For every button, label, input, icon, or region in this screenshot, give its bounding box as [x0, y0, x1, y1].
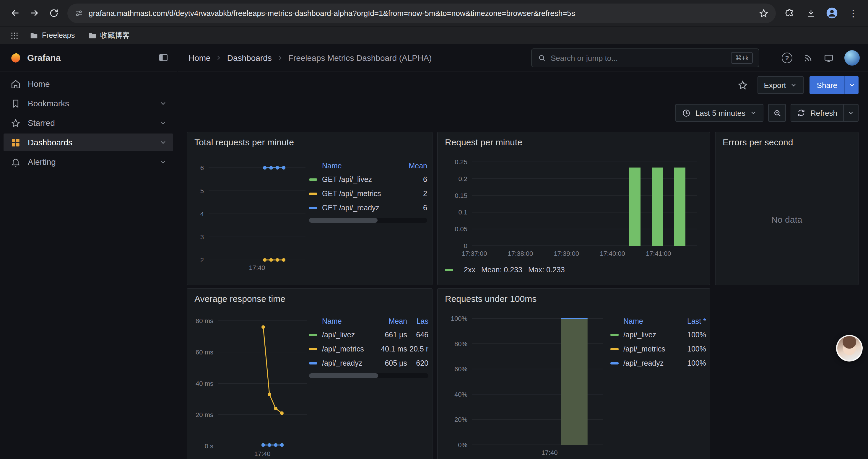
scrollbar-thumb[interactable] — [309, 218, 378, 223]
chevron-down-icon[interactable] — [159, 138, 167, 146]
folder-icon — [88, 31, 97, 40]
sidebar-item-home[interactable]: Home — [4, 75, 173, 93]
refresh-caret-button[interactable] — [843, 104, 859, 122]
legend-table: NameMeanGET /api/_livez6GET /api/_metric… — [309, 160, 427, 223]
export-button[interactable]: Export — [757, 76, 804, 94]
rss-icon[interactable] — [803, 53, 813, 63]
forward-icon — [29, 8, 39, 18]
chevron-down-icon[interactable] — [159, 158, 167, 166]
average-response-time-chart[interactable]: 80 ms60 ms40 ms20 ms0 s17:40 — [191, 315, 311, 459]
sidebar-item-label: Starred — [28, 118, 55, 128]
series-color-dash — [445, 269, 453, 271]
sidebar-item-alerting[interactable]: Alerting — [4, 153, 173, 171]
legend-scrollbar[interactable] — [309, 373, 428, 378]
request-per-minute-chart[interactable]: 0.250.20.150.10.05017:37:0017:38:0017:39… — [444, 156, 704, 266]
share-button[interactable]: Share — [810, 76, 844, 94]
bookmark-item-freeleaps[interactable]: Freeleaps — [25, 29, 80, 42]
sidebar-toggle-button[interactable] — [158, 53, 168, 63]
series-value: 646 — [407, 331, 428, 339]
url-bar[interactable]: grafana.mathmast.com/d/deytv4rwavabkb/fr… — [67, 3, 776, 23]
refresh-label: Refresh — [810, 108, 837, 117]
legend-row[interactable]: GET /api/_readyz6 — [309, 201, 427, 215]
downloads-icon — [806, 8, 816, 18]
svg-text:4: 4 — [200, 210, 204, 218]
svg-text:20 ms: 20 ms — [195, 411, 213, 419]
panel-title[interactable]: Average response time — [194, 294, 285, 304]
apps-grid-button[interactable] — [7, 28, 21, 42]
series-value: 100% — [678, 331, 706, 339]
panel-title[interactable]: Request per minute — [445, 137, 522, 147]
refresh-button[interactable]: Refresh — [791, 104, 843, 122]
downloads-button[interactable] — [802, 4, 819, 22]
export-caret-icon — [790, 81, 797, 89]
back-button[interactable] — [6, 4, 25, 23]
sidebar-toggle-icon — [158, 53, 168, 63]
total-requests-chart[interactable]: 6543217:40 — [191, 160, 310, 277]
legend-scrollbar[interactable] — [309, 218, 427, 223]
breadcrumb-current: Freeleaps Metrics Dashboard (ALPHA) — [288, 53, 432, 63]
sidebar-item-label: Home — [28, 79, 50, 89]
series-color-dash — [309, 348, 317, 350]
series-value: 40.1 ms — [374, 345, 407, 353]
legend-row[interactable]: GET /api/_metrics2 — [309, 187, 427, 201]
dashboard-actions: Export Share — [734, 76, 859, 94]
monitor-icon[interactable] — [824, 53, 834, 63]
scrollbar-thumb[interactable] — [309, 373, 378, 378]
bookmark-item-blogs[interactable]: 收藏博客 — [83, 29, 134, 42]
legend-inline[interactable]: 2xx Mean: 0.233 Max: 0.233 — [445, 266, 565, 274]
breadcrumb-dashboards[interactable]: Dashboards — [227, 53, 272, 63]
assistant-avatar[interactable] — [836, 335, 863, 362]
site-settings-icon[interactable] — [74, 8, 83, 18]
sidebar-item-bookmarks[interactable]: Bookmarks — [4, 95, 173, 112]
time-range-picker[interactable]: Last 5 minutes — [675, 104, 764, 122]
search-box[interactable]: ⌘+k — [531, 48, 759, 67]
legend-header: NameMeanLas — [309, 315, 428, 328]
browser-menu-button[interactable]: ⋮ — [844, 4, 862, 22]
chart-svg: 80 ms60 ms40 ms20 ms0 s17:40 — [191, 315, 311, 459]
series-color-dash — [309, 362, 317, 364]
svg-text:100%: 100% — [451, 315, 467, 322]
forward-button[interactable] — [25, 4, 44, 23]
dashboards-grid-icon — [11, 137, 21, 147]
bookmark-star-icon[interactable] — [759, 8, 769, 18]
svg-text:80 ms: 80 ms — [195, 317, 213, 325]
panel-errors-per-second: Errors per second No data — [715, 132, 859, 285]
shortcut-chip: ⌘+k — [731, 52, 753, 64]
series-value: 661 µs — [374, 331, 407, 339]
legend-row[interactable]: GET /api/_livez6 — [309, 172, 427, 187]
user-avatar[interactable] — [844, 50, 860, 66]
svg-text:60%: 60% — [454, 365, 467, 373]
legend-row[interactable]: /api/_metrics40.1 ms20.5 r — [309, 342, 428, 356]
legend-row[interactable]: /api/_metrics100% — [610, 342, 706, 356]
breadcrumb-home[interactable]: Home — [188, 53, 211, 63]
help-icon[interactable]: ? — [782, 53, 793, 63]
series-color-dash — [309, 207, 317, 209]
share-caret-button[interactable] — [844, 76, 859, 94]
legend-row[interactable]: /api/_readyz605 µs620 — [309, 356, 428, 370]
zoom-out-button[interactable] — [769, 104, 786, 122]
legend-row[interactable]: /api/_livez661 µs646 — [309, 328, 428, 342]
svg-text:40%: 40% — [454, 391, 467, 398]
legend-row[interactable]: /api/_livez100% — [610, 328, 706, 342]
search-input[interactable] — [551, 54, 726, 62]
panel-title[interactable]: Errors per second — [723, 137, 793, 147]
profile-button[interactable] — [823, 4, 841, 22]
panel-title[interactable]: Requests under 100ms — [445, 294, 536, 304]
reload-button[interactable] — [44, 4, 63, 23]
extensions-button[interactable] — [780, 4, 798, 22]
url-text: grafana.mathmast.com/d/deytv4rwavabkb/fr… — [89, 8, 753, 18]
series-name: /api/_livez — [322, 331, 374, 339]
favorite-star-button[interactable] — [734, 76, 751, 94]
requests-under-100ms-chart[interactable]: 100%80%60%40%20%0%17:40 — [444, 313, 608, 459]
chevron-down-icon[interactable] — [159, 119, 167, 127]
panel-requests-under-100ms: Requests under 100ms 100%80%60%40%20%0%1… — [437, 288, 710, 459]
legend-row[interactable]: /api/_readyz100% — [610, 356, 706, 370]
series-color-dash — [309, 178, 317, 181]
sidebar-item-starred[interactable]: Starred — [4, 114, 173, 132]
browser-toolbar: grafana.mathmast.com/d/deytv4rwavabkb/fr… — [0, 0, 868, 26]
panel-title[interactable]: Total requests per minute — [194, 137, 294, 147]
chevron-down-icon[interactable] — [159, 99, 167, 107]
sidebar-item-dashboards[interactable]: Dashboards — [4, 133, 173, 151]
svg-text:6: 6 — [200, 164, 204, 172]
svg-text:0.15: 0.15 — [455, 192, 467, 199]
